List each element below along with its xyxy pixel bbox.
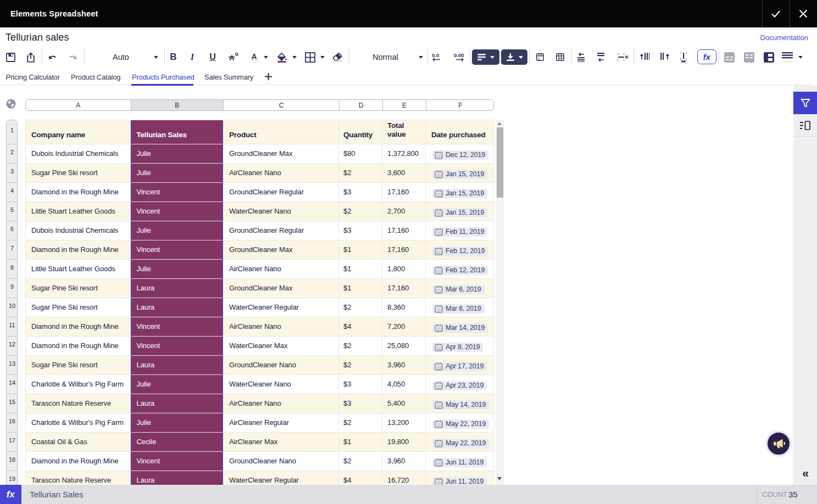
svg-text:A: A — [229, 54, 235, 62]
svg-text:0.0: 0.0 — [432, 52, 439, 58]
svg-text:A: A — [252, 52, 257, 61]
svg-text:0.00: 0.00 — [454, 52, 464, 58]
